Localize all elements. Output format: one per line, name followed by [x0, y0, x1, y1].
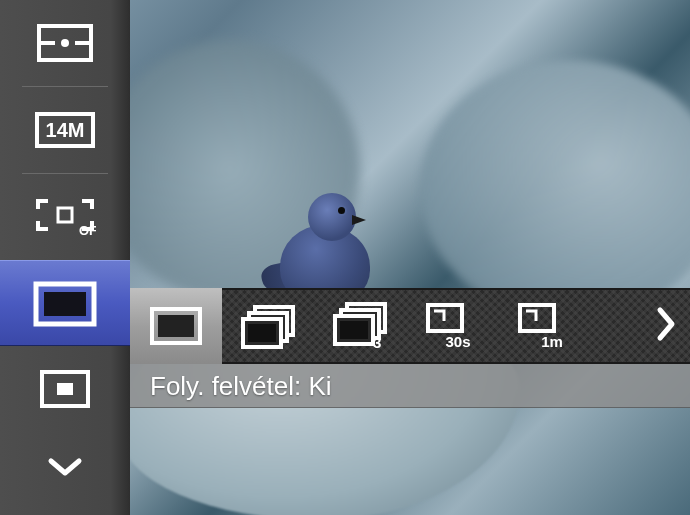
- burst-count-label: 3: [373, 334, 381, 350]
- svg-rect-5: [58, 208, 72, 222]
- svg-rect-19: [340, 321, 368, 339]
- interval-1m-icon: 1m: [514, 301, 574, 351]
- focus-area-off-icon: OFF: [34, 197, 96, 237]
- chevron-right-icon: [656, 304, 676, 348]
- resolution-14m-icon: 14M: [35, 112, 95, 148]
- svg-rect-11: [158, 315, 194, 337]
- metering-multi-icon: [37, 24, 93, 62]
- option-caption: Foly. felvétel: Ki: [130, 364, 690, 408]
- single-frame-icon: [149, 305, 203, 347]
- svg-rect-9: [57, 383, 73, 395]
- option-burst-3[interactable]: 3: [314, 288, 406, 364]
- options-more[interactable]: [590, 288, 690, 364]
- chevron-down-icon: [45, 455, 85, 479]
- single-frame-icon: [32, 278, 98, 328]
- burst-3-icon: 3: [331, 302, 389, 350]
- svg-rect-7: [44, 292, 86, 316]
- svg-rect-15: [248, 324, 276, 342]
- sidebar-item-focus-area[interactable]: OFF: [0, 174, 130, 260]
- sidebar-item-more[interactable]: [0, 432, 130, 502]
- focus-off-label: OFF: [79, 223, 96, 237]
- background-blur: [420, 60, 690, 320]
- option-single[interactable]: [130, 288, 222, 364]
- pip-icon: [39, 369, 91, 409]
- interval-label: 30s: [445, 333, 470, 350]
- option-interval-30s[interactable]: 30s: [406, 288, 498, 364]
- svg-point-1: [61, 39, 69, 47]
- camera-menu-screen: 14M OFF: [0, 0, 690, 515]
- sidebar-item-resolution[interactable]: 14M: [0, 87, 130, 173]
- interval-30s-icon: 30s: [422, 301, 482, 351]
- sidebar-item-metering[interactable]: [0, 0, 130, 86]
- option-interval-1m[interactable]: 1m: [498, 288, 590, 364]
- interval-label: 1m: [541, 333, 563, 350]
- burst-icon: [239, 303, 297, 349]
- settings-sidebar: 14M OFF: [0, 0, 130, 515]
- live-view-subject: [270, 185, 380, 305]
- option-burst[interactable]: [222, 288, 314, 364]
- resolution-label: 14M: [46, 119, 85, 141]
- sidebar-item-pip[interactable]: [0, 346, 130, 432]
- sidebar-item-drive-mode[interactable]: [0, 260, 130, 346]
- drive-mode-options: 3 30s 1m: [130, 288, 690, 364]
